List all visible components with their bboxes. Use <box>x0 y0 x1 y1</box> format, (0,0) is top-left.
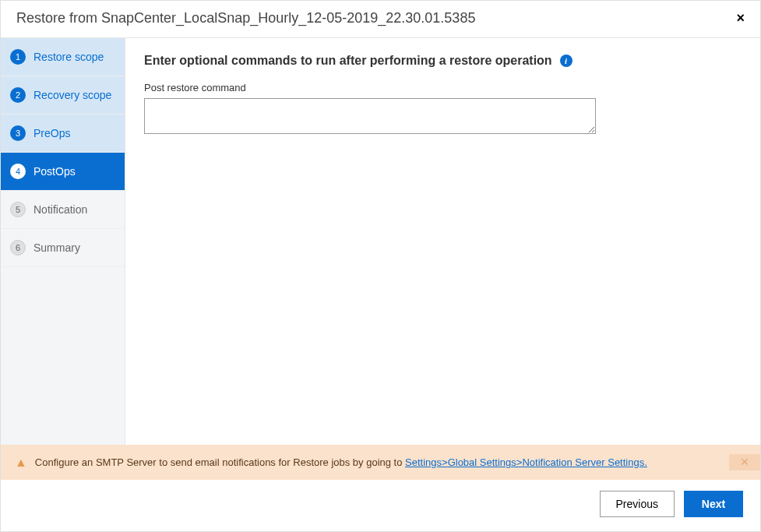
dialog-body: 1 Restore scope 2 Recovery scope 3 PreOp… <box>1 38 760 445</box>
step-number: 2 <box>10 87 26 103</box>
next-button[interactable]: Next <box>684 491 743 517</box>
wizard-sidebar: 1 Restore scope 2 Recovery scope 3 PreOp… <box>1 38 125 445</box>
notification-link[interactable]: Settings>Global Settings>Notification Se… <box>405 456 647 468</box>
step-label: Summary <box>33 241 80 254</box>
step-label: PostOps <box>33 165 76 178</box>
step-number: 6 <box>10 240 26 255</box>
post-restore-command-label: Post restore command <box>144 82 742 93</box>
notification-close-icon[interactable]: × <box>729 454 760 470</box>
step-restore-scope[interactable]: 1 Restore scope <box>1 38 125 76</box>
step-label: PreOps <box>33 127 70 139</box>
step-recovery-scope[interactable]: 2 Recovery scope <box>1 76 125 115</box>
close-icon[interactable]: × <box>733 10 748 26</box>
notification-banner: ▲ Configure an SMTP Server to send email… <box>1 445 760 480</box>
content-heading-row: Enter optional commands to run after per… <box>144 54 573 68</box>
previous-button[interactable]: Previous <box>600 491 675 517</box>
content-heading: Enter optional commands to run after per… <box>144 54 552 68</box>
post-restore-command-input[interactable] <box>144 98 596 134</box>
step-preops[interactable]: 3 PreOps <box>1 115 125 153</box>
step-number: 5 <box>10 202 26 217</box>
step-summary[interactable]: 6 Summary <box>1 229 125 267</box>
dialog-header: Restore from SnapCenter_LocalSnap_Hourly… <box>1 1 760 38</box>
dialog-footer: Previous Next <box>1 480 760 531</box>
dialog-title: Restore from SnapCenter_LocalSnap_Hourly… <box>16 10 475 26</box>
wizard-content: Enter optional commands to run after per… <box>125 38 760 445</box>
step-number: 4 <box>10 164 26 179</box>
restore-dialog: Restore from SnapCenter_LocalSnap_Hourly… <box>0 0 761 532</box>
step-number: 3 <box>10 125 26 141</box>
step-label: Restore scope <box>33 51 104 63</box>
step-label: Recovery scope <box>33 89 111 101</box>
notification-text: Configure an SMTP Server to send email n… <box>35 456 729 468</box>
step-number: 1 <box>10 49 26 65</box>
info-icon[interactable]: i <box>560 55 573 67</box>
step-postops[interactable]: 4 PostOps <box>1 153 125 191</box>
step-label: Notification <box>33 203 87 216</box>
notification-message: Configure an SMTP Server to send email n… <box>35 456 405 468</box>
warning-icon: ▲ <box>15 456 27 470</box>
step-notification[interactable]: 5 Notification <box>1 191 125 229</box>
